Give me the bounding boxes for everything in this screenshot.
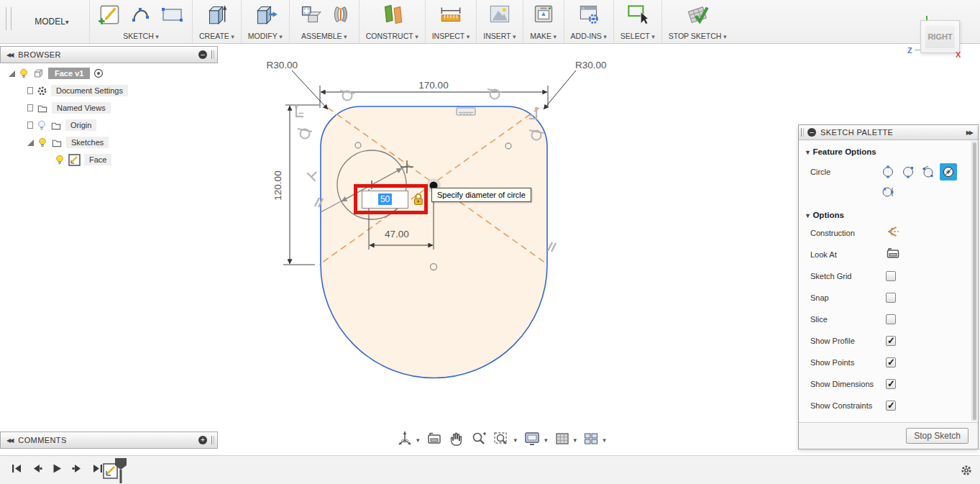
- palette-collapse-icon[interactable]: ▶▶: [966, 129, 972, 136]
- extrude-icon[interactable]: [203, 1, 230, 31]
- construction-toggle-icon[interactable]: [886, 225, 900, 241]
- group-sketch-label[interactable]: SKETCH: [123, 31, 159, 42]
- window-select-icon[interactable]: [624, 1, 651, 31]
- construction-plane-icon[interactable]: [378, 1, 406, 31]
- tree-row-origin[interactable]: Origin: [0, 117, 218, 134]
- expand-icon[interactable]: [27, 104, 33, 111]
- show-dimensions-checkbox[interactable]: [886, 379, 896, 389]
- two-tangent-circle-icon-selected[interactable]: [940, 163, 957, 181]
- tree-row-document-settings[interactable]: Document Settings: [0, 82, 218, 99]
- dim-radius-left-label[interactable]: R30.00: [266, 60, 298, 70]
- sketch-point[interactable]: [431, 264, 437, 270]
- collapse-browser-icon[interactable]: ◀◀: [6, 52, 12, 58]
- step-back-icon[interactable]: [32, 463, 42, 477]
- diameter-input-value[interactable]: 50: [378, 193, 392, 205]
- timeline-marker[interactable]: [112, 457, 128, 484]
- dim-offset-label[interactable]: 47.00: [385, 229, 409, 239]
- tree-item-label[interactable]: Sketches: [66, 137, 109, 148]
- go-to-start-icon[interactable]: [12, 463, 22, 477]
- measure-icon[interactable]: [436, 1, 465, 31]
- comments-resize-grip[interactable]: [211, 436, 214, 444]
- create-sketch-icon[interactable]: [96, 1, 124, 31]
- three-point-circle-icon[interactable]: [920, 163, 937, 181]
- tree-row-root[interactable]: Face v1: [0, 65, 218, 82]
- viewports-icon[interactable]: [583, 431, 599, 449]
- insert-image-icon[interactable]: [486, 1, 513, 31]
- spline-icon[interactable]: [128, 1, 154, 30]
- joint-icon[interactable]: [328, 1, 352, 31]
- two-point-circle-icon[interactable]: [899, 163, 917, 181]
- tree-row-face-sketch[interactable]: Face: [0, 151, 218, 168]
- sketch-point[interactable]: [505, 143, 511, 149]
- activate-radio-icon[interactable]: [93, 68, 104, 78]
- tree-item-label[interactable]: Origin: [65, 119, 96, 131]
- workspace-dropdown[interactable]: MODEL: [14, 0, 89, 43]
- tree-item-label[interactable]: Face: [84, 154, 111, 165]
- pan-icon[interactable]: [449, 431, 464, 449]
- group-create-label[interactable]: CREATE: [199, 31, 234, 42]
- options-section-header[interactable]: Options: [799, 211, 978, 219]
- bulb-on-icon[interactable]: [55, 155, 65, 165]
- stop-sketch-button[interactable]: Stop Sketch: [906, 428, 968, 444]
- zoom-icon[interactable]: [471, 431, 487, 449]
- dim-height-label[interactable]: 120.00: [273, 170, 283, 200]
- press-pull-icon[interactable]: [252, 1, 279, 31]
- show-points-checkbox[interactable]: [886, 357, 896, 367]
- 3d-print-icon[interactable]: [530, 1, 557, 31]
- group-addins-label[interactable]: ADD-INS: [571, 31, 607, 42]
- look-at-icon[interactable]: [426, 432, 442, 449]
- viewcube[interactable]: RIGHT: [920, 20, 960, 53]
- tree-row-named-views[interactable]: Named Views: [0, 99, 218, 117]
- expand-icon[interactable]: [27, 87, 33, 94]
- browser-minimize-icon[interactable]: –: [198, 50, 207, 59]
- diameter-input[interactable]: 50: [362, 191, 408, 209]
- look-at-icon[interactable]: [886, 247, 900, 262]
- group-select-label[interactable]: SELECT: [620, 31, 655, 42]
- group-modify-label[interactable]: MODIFY: [248, 31, 283, 42]
- grid-dropdown-caret[interactable]: ▾: [574, 437, 577, 444]
- slice-checkbox[interactable]: [886, 314, 896, 324]
- expand-icon[interactable]: [27, 122, 33, 129]
- fit-icon[interactable]: [493, 431, 510, 449]
- go-to-end-icon[interactable]: [92, 463, 103, 477]
- fit-dropdown-caret[interactable]: ▾: [514, 437, 518, 444]
- orbit-dropdown-caret[interactable]: ▾: [416, 437, 420, 444]
- sketch-grid-checkbox[interactable]: [886, 271, 896, 281]
- tree-item-label[interactable]: Document Settings: [51, 85, 128, 96]
- step-forward-icon[interactable]: [72, 463, 83, 477]
- dim-radius-right-label[interactable]: R30.00: [575, 60, 607, 70]
- display-settings-icon[interactable]: [523, 431, 541, 449]
- tree-row-sketches[interactable]: Sketches: [0, 134, 218, 151]
- root-component-label[interactable]: Face v1: [48, 68, 90, 79]
- snap-checkbox[interactable]: [886, 293, 896, 303]
- play-icon[interactable]: [52, 463, 63, 477]
- group-assemble-label[interactable]: ASSEMBLE: [301, 31, 347, 42]
- viewcube-face-label[interactable]: RIGHT: [928, 32, 952, 41]
- viewports-dropdown-caret[interactable]: ▾: [603, 437, 606, 444]
- expand-icon[interactable]: [27, 140, 34, 146]
- grid-settings-icon[interactable]: [554, 431, 570, 449]
- palette-minimize-icon[interactable]: –: [807, 128, 816, 137]
- three-tangent-circle-icon[interactable]: [879, 183, 897, 201]
- browser-resize-grip[interactable]: [211, 50, 214, 59]
- palette-drag-grip[interactable]: [801, 128, 804, 137]
- palette-scrollbar[interactable]: [971, 141, 977, 421]
- sketch-point[interactable]: [355, 142, 361, 148]
- bulb-on-icon[interactable]: [37, 137, 47, 147]
- rectangle-icon[interactable]: [158, 1, 186, 30]
- group-construct-label[interactable]: CONSTRUCT: [366, 31, 418, 42]
- scripts-addins-icon[interactable]: >_: [575, 1, 603, 31]
- dim-width-label[interactable]: 170.00: [418, 80, 448, 91]
- group-inspect-label[interactable]: INSPECT: [432, 31, 470, 42]
- add-comment-icon[interactable]: +: [198, 436, 207, 444]
- feature-options-section-header[interactable]: Feature Options: [799, 147, 978, 156]
- display-dropdown-caret[interactable]: ▾: [544, 437, 548, 444]
- bulb-on-icon[interactable]: [19, 68, 29, 78]
- stop-sketch-icon[interactable]: [683, 1, 712, 31]
- gear-icon[interactable]: [960, 464, 973, 480]
- show-profile-checkbox[interactable]: [886, 336, 896, 346]
- toolbar-grip[interactable]: [6, 7, 12, 30]
- orbit-icon[interactable]: [397, 430, 413, 450]
- group-insert-label[interactable]: INSERT: [483, 31, 516, 42]
- new-component-icon[interactable]: [296, 1, 324, 31]
